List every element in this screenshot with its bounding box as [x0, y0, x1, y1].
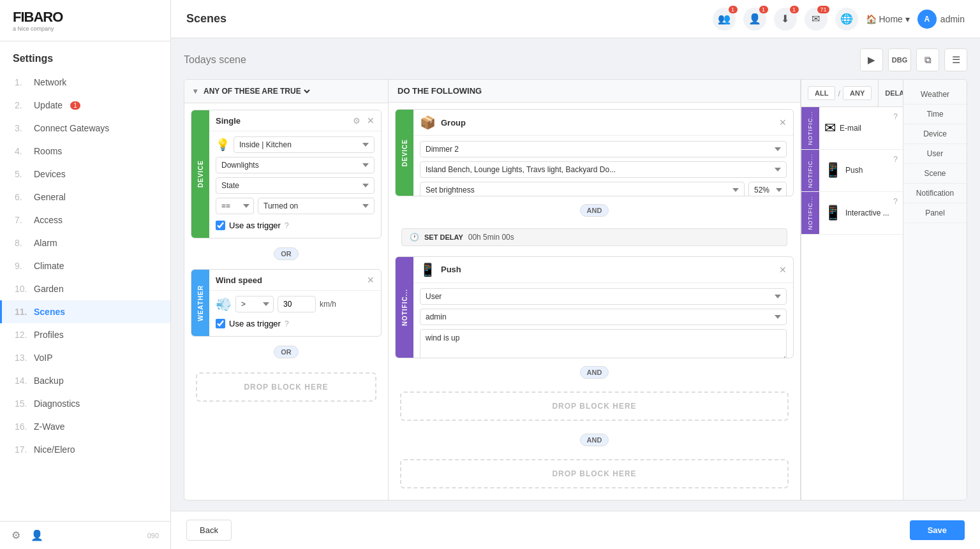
single-value-select[interactable]: Turned on: [258, 198, 375, 214]
wind-operator-select[interactable]: >: [235, 296, 274, 312]
wind-value-input[interactable]: [278, 296, 316, 312]
right-menu-item-weather[interactable]: Weather: [903, 85, 967, 105]
push-user-type-select[interactable]: User: [420, 288, 787, 305]
sidebar-item-connect-gateways[interactable]: 3.Connect Gateways: [0, 117, 170, 140]
wind-trigger-checkbox[interactable]: [216, 319, 225, 328]
sidebar-icon-settings[interactable]: ⚙: [11, 529, 20, 541]
single-location-select[interactable]: Inside | Kitchen: [234, 136, 375, 153]
push-close-icon[interactable]: ✕: [779, 265, 787, 275]
topbar-people-icon[interactable]: 👥 1: [713, 8, 736, 31]
scene-panel: ▾ ANY OF THESE ARE TRUE ALL OF THESE ARE…: [184, 79, 967, 501]
group-device-side: DEVICE: [396, 110, 413, 196]
sidebar-item-devices[interactable]: 5.Devices: [0, 163, 170, 186]
sidebar-item-num: 1.: [15, 77, 29, 87]
all-button[interactable]: ALL: [808, 86, 835, 100]
right-menu-item-device[interactable]: Device: [903, 124, 967, 144]
topbar-globe-icon[interactable]: 🌐: [835, 8, 858, 31]
or-badge-2[interactable]: OR: [274, 346, 299, 358]
group-brightness-select[interactable]: 52%: [748, 182, 787, 196]
push-message-input[interactable]: wind is up: [420, 329, 787, 358]
single-operator-select[interactable]: ==: [216, 198, 254, 214]
sidebar-item-garden[interactable]: 10.Garden: [0, 277, 170, 300]
sidebar-item-access[interactable]: 7.Access: [0, 209, 170, 231]
back-button[interactable]: Back: [186, 520, 232, 541]
single-device-select[interactable]: Downlights: [216, 157, 375, 173]
single-block-title: Single: [216, 116, 241, 126]
debug-button[interactable]: DBG: [888, 48, 911, 71]
group-room-select[interactable]: Island Bench, Lounge Lights, Travs light…: [420, 161, 787, 178]
sidebar-item-update[interactable]: 2.Update1: [0, 94, 170, 117]
sidebar-item-general[interactable]: 6.General: [0, 186, 170, 209]
right-menu-item-panel[interactable]: Panel: [903, 203, 967, 223]
sidebar-item-profiles[interactable]: 12.Profiles: [0, 323, 170, 346]
interactive-help-icon[interactable]: ?: [893, 197, 898, 206]
sidebar-item-label: VoIP: [34, 353, 53, 363]
or-badge[interactable]: OR: [274, 247, 299, 260]
group-header-left: 📦 Group: [420, 115, 466, 130]
push-card-inner: NOTIFIC... 📱 Push: [801, 150, 903, 192]
sidebar-item-niceelero[interactable]: 17.Nice/Elero: [0, 438, 170, 461]
group-device-select[interactable]: Dimmer 2: [420, 141, 787, 157]
any-button[interactable]: ANY: [843, 86, 872, 100]
sidebar-item-label: Diagnostics: [34, 399, 80, 409]
right-menu-item-user[interactable]: User: [903, 144, 967, 164]
email-help-icon[interactable]: ?: [893, 112, 898, 121]
group-block: DEVICE 📦 Group ✕: [395, 109, 794, 196]
push-block-body: User admin wind is up: [413, 283, 793, 358]
sidebar-item-network[interactable]: 1.Network: [0, 71, 170, 94]
user-selector[interactable]: A admin: [917, 10, 965, 29]
sidebar-item-backup[interactable]: 14.Backup: [0, 369, 170, 392]
group-action-select[interactable]: Set brightness: [420, 182, 745, 196]
sidebar-item-label: Climate: [34, 261, 64, 271]
sidebar-item-label: Nice/Elero: [34, 444, 75, 455]
play-button[interactable]: ▶: [860, 48, 883, 71]
right-menu-item-notification[interactable]: Notification: [903, 184, 967, 203]
conditions-dropdown[interactable]: ANY OF THESE ARE TRUE ALL OF THESE ARE T…: [201, 86, 312, 96]
interactive-notif-content: 📱 Interactive ...: [819, 192, 903, 234]
single-trigger-row: Use as trigger ?: [216, 218, 375, 233]
sidebar-item-label: Rooms: [34, 146, 62, 156]
wind-trigger-row: Use as trigger ?: [216, 316, 375, 331]
topbar-download-icon[interactable]: ⬇ 1: [774, 8, 797, 31]
interactive-notif-label: NOTIFIC...: [807, 192, 813, 234]
push-icon: 📱: [824, 162, 842, 179]
sidebar-item-rooms[interactable]: 4.Rooms: [0, 140, 170, 163]
sidebar-item-scenes[interactable]: 11.Scenes: [0, 300, 170, 323]
topbar-mail-icon[interactable]: ✉ 71: [805, 8, 828, 31]
single-trigger-checkbox[interactable]: [216, 221, 225, 230]
sidebar-item-z-wave[interactable]: 16.Z-Wave: [0, 415, 170, 438]
email-card-inner: NOTIFIC... ✉ E-mail: [801, 107, 903, 149]
push-user-select[interactable]: admin: [420, 309, 787, 325]
list-button[interactable]: ☰: [944, 48, 967, 71]
sidebar-item-alarm[interactable]: 8.Alarm: [0, 231, 170, 254]
sidebar-title: Settings: [0, 41, 170, 71]
copy-button[interactable]: ⧉: [916, 48, 939, 71]
group-close-icon[interactable]: ✕: [779, 117, 787, 128]
single-close-icon[interactable]: ✕: [367, 115, 375, 126]
single-state-select[interactable]: State: [216, 177, 375, 194]
sidebar-icon-user[interactable]: 👤: [31, 529, 43, 541]
user-avatar: A: [917, 10, 937, 29]
home-selector[interactable]: 🏠 Home ▾: [866, 14, 910, 24]
weather-label: WEATHER: [197, 280, 204, 326]
wind-block-body: 💨 > km/h: [209, 291, 381, 336]
and-badge-2[interactable]: AND: [580, 366, 609, 379]
and-badge-3[interactable]: AND: [580, 434, 609, 446]
single-settings-icon[interactable]: ⚙: [353, 116, 360, 126]
right-menu-item-scene[interactable]: Scene: [903, 164, 967, 184]
sidebar-item-num: 3.: [15, 123, 29, 133]
wind-help-icon[interactable]: ?: [285, 319, 289, 328]
save-button[interactable]: Save: [910, 520, 965, 540]
and-badge[interactable]: AND: [580, 204, 609, 217]
sidebar-item-voip[interactable]: 13.VoIP: [0, 346, 170, 369]
push-help-icon[interactable]: ?: [893, 155, 898, 164]
sidebar-item-diagnostics[interactable]: 15.Diagnostics: [0, 392, 170, 415]
topbar-person-icon[interactable]: 👤 1: [743, 8, 766, 31]
right-menu-item-time[interactable]: Time: [903, 105, 967, 124]
bottom-bar: Back Save: [171, 511, 980, 549]
sidebar-item-climate[interactable]: 9.Climate: [0, 254, 170, 277]
single-help-icon[interactable]: ?: [285, 221, 289, 230]
push-notif-card: NOTIFIC... 📱 Push ?: [801, 150, 903, 193]
push-block-header: 📱 Push ✕: [413, 257, 793, 283]
wind-close-icon[interactable]: ✕: [367, 275, 375, 285]
